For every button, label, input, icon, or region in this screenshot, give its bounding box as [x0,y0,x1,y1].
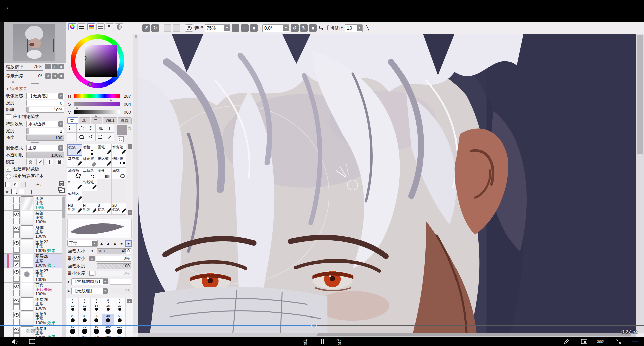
edge-shape-hard-icon[interactable]: ▲ [99,240,104,247]
annotate-icon[interactable] [564,338,569,345]
size-preset[interactable]: 12 [78,304,91,314]
zoom-reset-button[interactable]: ■ [58,64,64,69]
layer-visibility-checkbox[interactable] [13,240,20,246]
layer-visibility-checkbox[interactable] [13,211,20,217]
expand-icon[interactable]: ▶ [68,289,70,293]
min-size-input[interactable]: 0% [96,256,131,262]
hue-marker[interactable] [88,82,92,86]
size-preset[interactable]: 30 [78,314,91,325]
rgb-sliders-tab[interactable] [87,23,95,30]
layer-row[interactable]: 图层8正常100% 效果 [4,311,62,326]
lasso-tool[interactable] [76,124,86,133]
layer-edit-checkbox[interactable] [13,333,20,337]
size-preset[interactable]: 60 [67,325,79,335]
brush-size-slider[interactable]: x0.140.0 [97,248,131,254]
size-preset[interactable]: 40 [102,314,114,325]
flip-horizontal-icon[interactable]: ⇆ [319,24,323,32]
value-slider[interactable]: △ [74,110,120,114]
hand-tool[interactable] [95,132,105,141]
layer-row[interactable]: 图层27正常100% [4,268,62,283]
merge-down-icon[interactable] [5,191,9,194]
brush-cell[interactable]: 橡皮擦 [82,156,97,168]
effect-type-dropdown[interactable]: 水彩边界▼ [26,121,64,127]
bars-tab[interactable] [77,23,86,30]
brush-cell[interactable]: H铅笔 [82,203,97,215]
subtitle-icon[interactable] [29,338,35,345]
brush-cell[interactable]: 油漆桶 [67,167,82,179]
effect-width-input[interactable]: 1 [26,128,64,134]
tool-tab-3[interactable]: 二值 [91,117,102,124]
size-preset[interactable]: 16 [102,304,114,314]
canvas-zoom-out-button[interactable]: − [232,24,239,32]
selection-visibility-button[interactable] [185,24,193,32]
panel-grip[interactable] [4,141,66,144]
min-density-checkbox[interactable] [89,271,94,276]
brush-cell[interactable]: 涂抹 [111,167,126,179]
layer-visibility-checkbox[interactable] [13,327,20,333]
brush-scroll-down-icon[interactable]: ▼ [128,210,132,215]
brush-cell[interactable]: 勾线笔 [82,179,97,191]
brush-cell[interactable]: 选区擦 [111,156,126,168]
layer-edit-checkbox[interactable] [13,218,20,224]
rotate-tool[interactable]: ↺ [86,132,96,141]
layer-mask-icon[interactable] [59,181,64,186]
paper-texture-dropdown[interactable]: 【无质感】▼ [26,93,64,99]
layer-visibility-checkbox[interactable] [13,197,20,203]
size-preset[interactable]: 80 [90,325,102,335]
tool-tab-2[interactable]: 基本 [79,117,90,124]
new-folder-icon[interactable] [21,182,26,187]
paper-strength-input[interactable]: 0 [26,100,64,106]
zoom-tool[interactable] [76,132,86,141]
apply-ink-checkbox[interactable] [6,114,11,119]
selection-source-radio[interactable] [6,174,11,179]
add-selection-icon[interactable] [59,188,65,193]
rewind-10-button[interactable]: ↺10 [301,338,309,345]
sv-marker[interactable] [84,56,87,60]
rotate-360-icon[interactable]: 360° [597,338,605,345]
size-preset[interactable]: 35 [90,314,102,325]
brush-blend-dropdown[interactable]: 正常▼ [67,240,98,247]
layer-edit-checkbox[interactable] [13,290,20,296]
dropdown-icon[interactable]: ▼ [58,121,63,127]
canvas-rotate-cw-button[interactable]: ↻ [300,24,308,32]
invert-selection-button[interactable] [173,24,180,32]
rotate-reset-button[interactable]: ■ [58,73,64,79]
size-preset[interactable]: 10 [67,304,79,314]
canvas-zoom-combo[interactable]: 75%▼ [205,24,230,32]
brush-cell[interactable]: 马克笔 [67,156,82,168]
paper-scale-input[interactable]: 10% [26,107,64,113]
edge-shape-square-icon[interactable]: ■ [125,240,132,247]
more-options-icon[interactable]: ⋯ [632,338,638,345]
undo-button[interactable]: ↺ [142,24,150,32]
layer-edit-checkbox[interactable] [13,204,20,210]
layer-edit-checkbox[interactable] [13,232,20,238]
swatches-tab[interactable] [106,23,114,30]
size-scroll-up-icon[interactable]: ▲ [127,299,132,303]
dashed-sliders-tab[interactable] [96,23,105,30]
layer-edit-checkbox[interactable] [13,304,20,310]
size-preset[interactable]: 20 [114,304,126,314]
size-preset[interactable]: 9 [114,298,126,304]
color-wheel-tab[interactable] [68,23,76,30]
blend-mode-dropdown[interactable]: 正常▼ [26,145,64,151]
saturation-slider[interactable]: △ [74,102,120,106]
video-progress-bar[interactable] [0,325,644,326]
size-preset[interactable]: 120 [114,325,126,335]
deselect-button[interactable] [164,24,171,32]
sv-square[interactable] [85,45,117,77]
layer-row[interactable]: 图层28正常100% 效... [4,254,62,268]
swap-colors-icon[interactable]: ⇅ [128,126,131,131]
size-unit-dropdown-icon[interactable]: ▼ [89,249,95,253]
brush-cell[interactable]: 水彩笔 [111,144,126,156]
brush-cell[interactable]: v [67,179,82,191]
zoom-in-button[interactable]: + [52,64,58,69]
panel-collapse-strip[interactable] [133,34,139,333]
size-preset[interactable]: 70 [78,325,91,335]
brush-cell[interactable]: 2B铅笔 [111,203,126,215]
current-color-swatch[interactable] [117,125,127,135]
effect-strength-slider[interactable]: 100 [26,135,64,141]
mixer-tab[interactable] [115,23,123,30]
lock-move-button[interactable] [46,159,53,165]
volume-icon[interactable] [11,338,18,345]
progress-handle[interactable] [311,323,317,328]
